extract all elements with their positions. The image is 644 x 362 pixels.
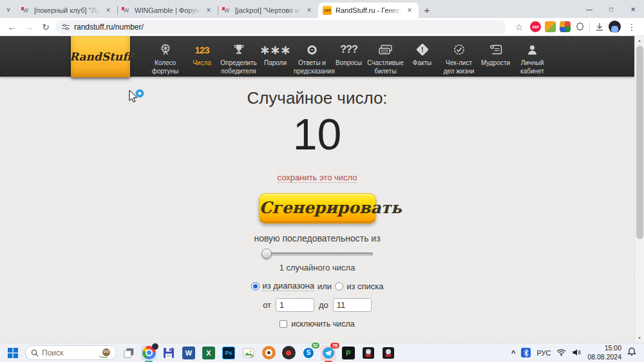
browser-tab-1[interactable]: W [покерный клуб] "Лучший игр × (17, 3, 117, 18)
tab-search-chevron-icon[interactable]: ∨ (0, 0, 17, 18)
tab-close-icon[interactable]: × (305, 6, 314, 15)
nav-item-numbers-active[interactable]: 123 Числа (184, 36, 220, 77)
page-randstuff: RandStuff Колесо фортуны 123 Числа Опред… (0, 36, 644, 343)
wifi-icon[interactable] (556, 347, 566, 359)
skype-icon: S (303, 348, 314, 358)
random-number-value: 10 (0, 112, 634, 156)
game-app-icon-2[interactable] (381, 345, 396, 361)
language-indicator[interactable]: РУС (536, 349, 551, 357)
nav-item-lucky-tickets[interactable]: Счастливые билеты (367, 36, 404, 77)
generate-button[interactable]: Сгенерировать (259, 193, 376, 224)
address-bar[interactable]: randstuff.ru/number/ (55, 20, 506, 34)
nav-label: Определить победителя (220, 59, 257, 75)
randstuff-logo[interactable]: RandStuff (71, 36, 130, 77)
screen-capture-app-icon[interactable] (261, 345, 276, 361)
range-from-input[interactable] (276, 298, 314, 312)
word-app-icon[interactable]: W (181, 345, 196, 361)
clock[interactable]: 15:00 08.08.2024 (587, 344, 621, 361)
task-view-button[interactable] (121, 345, 137, 361)
search-icon (31, 349, 39, 357)
radio-from-list[interactable] (335, 282, 343, 291)
browser-toolbar: ← → ↻ randstuff.ru/number/ ☆ ABP ⋮ (0, 18, 644, 36)
scrollbar-down-icon[interactable]: ▼ (635, 334, 644, 343)
extension-icon-home[interactable] (560, 21, 571, 32)
close-window-button[interactable]: × (622, 0, 644, 18)
start-button[interactable] (5, 345, 21, 361)
site-settings-icon[interactable] (62, 24, 70, 30)
browser-menu-icon[interactable]: ⋮ (625, 20, 639, 34)
new-tab-button[interactable]: + (419, 1, 435, 18)
count-slider[interactable] (262, 249, 373, 259)
date: 08.08.2024 (587, 353, 621, 361)
taskbar-search-input[interactable] (42, 348, 87, 357)
chrome-taskbar-icon[interactable] (141, 345, 156, 361)
downloads-icon[interactable] (594, 21, 605, 32)
nav-item-answers[interactable]: Ответы и предсказания (294, 36, 330, 77)
page-title: Случайное число: (0, 88, 634, 108)
save-number-link[interactable]: сохранить это число (278, 173, 357, 183)
volume-icon[interactable] (572, 347, 582, 359)
radio-from-range[interactable] (251, 282, 260, 291)
game-app-icon-1[interactable] (361, 345, 376, 361)
page-scrollbar[interactable]: ▲ ▼ (634, 36, 644, 343)
bookmark-star-icon[interactable]: ☆ (512, 20, 526, 34)
tickets-icon (367, 42, 404, 57)
nav-item-passwords[interactable]: ∗∗∗ Пароли (257, 36, 294, 77)
nav-item-account[interactable]: Личный кабинет (514, 36, 551, 77)
exclude-numbers-label[interactable]: исключить числа (291, 319, 354, 329)
person-icon (514, 42, 551, 57)
nav-item-wisdom[interactable]: Мудрости (477, 36, 514, 77)
adblock-extension-icon[interactable]: ABP (530, 21, 541, 32)
browser-tab-randstuff-active[interactable]: 123 RandStuff.ru - Генератор случ × (318, 3, 419, 18)
hidden-icons-chevron[interactable]: ^ (511, 349, 515, 357)
questions-icon: ??? (330, 42, 367, 57)
nav-item-wheel-of-fortune[interactable]: Колесо фортуны (147, 36, 184, 77)
green-letter-app-icon[interactable]: P (341, 345, 356, 361)
floppy-app-icon[interactable] (161, 345, 176, 361)
nav-label: Пароли (257, 59, 294, 68)
telegram-app-icon[interactable]: 78 (321, 345, 336, 361)
scrollbar-thumb[interactable] (636, 46, 643, 239)
nav-item-checklist[interactable]: Чек-лист дел жизни (440, 36, 477, 77)
notifications-bell-icon[interactable] (627, 347, 636, 359)
browser-tab-2[interactable]: W WINGamble | Форум казино, п × (117, 3, 218, 18)
tab-title: [покерный клуб] "Лучший игр (34, 6, 100, 14)
nav-label: Колесо фортуны (147, 59, 184, 75)
browser-tab-3[interactable]: W [jackpot] "Чертово колесо" W × (218, 3, 318, 18)
record-icon (282, 346, 296, 359)
exclude-numbers-checkbox[interactable] (279, 320, 287, 328)
bluetooth-icon[interactable] (521, 348, 531, 357)
profile-avatar[interactable] (609, 21, 621, 33)
url-text[interactable]: randstuff.ru/number/ (74, 23, 144, 32)
back-icon[interactable]: ← (5, 20, 19, 34)
photo-editor-app-icon[interactable] (241, 345, 256, 361)
scroll-icon (477, 42, 514, 57)
radio-from-range-label[interactable]: из диапазона (263, 281, 315, 291)
slider-thumb[interactable] (261, 249, 272, 259)
reload-icon[interactable]: ↻ (39, 20, 53, 34)
range-to-input[interactable] (333, 298, 372, 312)
maximize-button[interactable]: □ (600, 0, 622, 18)
extensions-puzzle-icon[interactable] (574, 21, 585, 32)
tab-close-icon[interactable]: × (104, 6, 113, 15)
taskbar-search[interactable] (25, 345, 117, 360)
nav-item-pick-winner[interactable]: Определить победителя (220, 36, 257, 77)
excel-app-icon[interactable]: X (201, 345, 216, 361)
minimize-button[interactable]: — (578, 0, 600, 18)
forward-icon[interactable]: → (22, 20, 36, 34)
scrollbar-up-icon[interactable]: ▲ (635, 36, 644, 45)
exclude-numbers-row: исключить числа (0, 319, 634, 329)
nav-item-facts[interactable]: ! Факты (404, 36, 440, 77)
window-controls: — □ × (578, 0, 644, 18)
tab-close-icon[interactable]: × (405, 6, 414, 15)
tab-close-icon[interactable]: × (204, 6, 213, 15)
photoshop-app-icon[interactable]: Ps (221, 345, 236, 361)
recorder-app-icon[interactable] (281, 345, 296, 361)
extension-icon-orange[interactable] (545, 21, 556, 32)
time: 15:00 (587, 344, 621, 352)
nav-item-questions[interactable]: ??? Вопросы (330, 36, 367, 77)
mode-radio-group: из диапазона или из списка (0, 281, 634, 291)
radio-from-list-label[interactable]: из списка (346, 281, 383, 291)
slider-track[interactable] (262, 252, 373, 256)
skype-app-icon[interactable]: S 52 (301, 345, 316, 361)
